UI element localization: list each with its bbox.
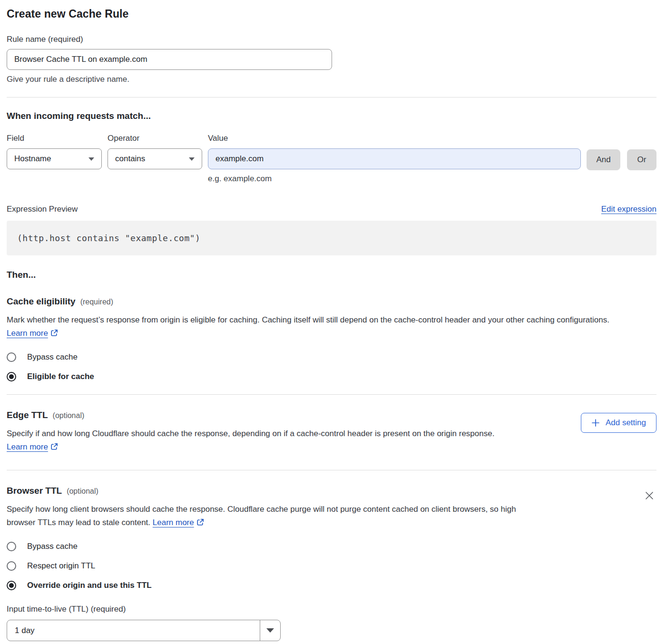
cache-eligibility-learn-more-link[interactable]: Learn more	[7, 329, 58, 338]
ttl-select[interactable]: 1 day	[7, 620, 281, 641]
value-column: Value e.g. example.com	[208, 134, 581, 184]
radio-override-origin-ttl[interactable]: Override origin and use this TTL	[7, 581, 656, 590]
edge-ttl-title-row: Edge TTL (optional)	[7, 410, 526, 420]
section-divider	[7, 470, 656, 470]
edge-ttl-description: Specify if and how long Cloudflare shoul…	[7, 427, 526, 454]
operator-column: Operator contains	[108, 134, 202, 169]
radio-label: Override origin and use this TTL	[27, 581, 152, 590]
cache-eligibility-description: Mark whether the request’s response from…	[7, 313, 646, 340]
cache-eligibility-title: Cache eligibility	[7, 296, 76, 307]
ttl-select-value: 1 day	[7, 620, 260, 641]
operator-label: Operator	[108, 134, 202, 143]
external-link-icon	[50, 329, 58, 337]
browser-ttl-optional-badge: (optional)	[67, 487, 98, 496]
radio-eligible-for-cache[interactable]: Eligible for cache	[7, 372, 656, 381]
radio-selected-icon	[7, 372, 16, 381]
edge-ttl-learn-more-link[interactable]: Learn more	[7, 442, 58, 451]
expression-preview-label: Expression Preview	[7, 205, 78, 214]
edit-expression-link[interactable]: Edit expression	[601, 205, 656, 214]
cache-eligibility-required-badge: (required)	[80, 298, 113, 306]
external-link-icon	[196, 518, 204, 526]
ttl-select-arrow-button[interactable]	[260, 620, 280, 641]
field-column: Field Hostname	[7, 134, 102, 169]
remove-browser-ttl-button[interactable]	[642, 488, 656, 503]
page-title: Create new Cache Rule	[7, 8, 656, 20]
match-heading: When incoming requests match...	[7, 111, 656, 121]
edge-ttl-description-text: Specify if and how long Cloudflare shoul…	[7, 429, 494, 438]
add-setting-label: Add setting	[606, 418, 646, 428]
chevron-down-icon	[189, 157, 195, 161]
operator-select[interactable]: contains	[108, 148, 202, 169]
radio-bypass-cache[interactable]: Bypass cache	[7, 542, 656, 551]
value-label: Value	[208, 134, 581, 143]
radio-icon	[7, 352, 16, 362]
value-input[interactable]	[208, 148, 581, 169]
radio-label: Bypass cache	[27, 542, 78, 551]
browser-ttl-title-row: Browser TTL (optional)	[7, 486, 526, 496]
create-cache-rule-form: Create new Cache Rule Rule name (require…	[0, 0, 666, 644]
browser-ttl-header-left: Browser TTL (optional) Specify how long …	[7, 486, 526, 529]
radio-icon	[7, 561, 16, 571]
section-divider	[7, 394, 656, 395]
field-select-value: Hostname	[14, 154, 51, 164]
cache-eligibility-header: Cache eligibility (required)	[7, 296, 656, 307]
browser-ttl-title: Browser TTL	[7, 486, 62, 496]
match-condition-row: Field Hostname Operator contains Value e…	[7, 134, 656, 184]
plus-icon	[591, 419, 600, 427]
learn-more-label: Learn more	[7, 442, 48, 451]
learn-more-label: Learn more	[153, 518, 194, 527]
edge-ttl-title: Edge TTL	[7, 410, 48, 420]
rule-name-help: Give your rule a descriptive name.	[7, 75, 656, 84]
ttl-input-section: Input time-to-live (TTL) (required) 1 da…	[7, 605, 656, 641]
radio-icon	[7, 542, 16, 551]
learn-more-label: Learn more	[7, 329, 48, 338]
cache-eligibility-radio-group: Bypass cache Eligible for cache	[7, 352, 656, 381]
external-link-icon	[50, 443, 58, 450]
edge-ttl-header-left: Edge TTL (optional) Specify if and how l…	[7, 410, 526, 454]
rule-name-label: Rule name (required)	[7, 35, 83, 44]
browser-ttl-description: Specify how long client browsers should …	[7, 503, 526, 529]
field-select[interactable]: Hostname	[7, 148, 102, 169]
edge-ttl-optional-badge: (optional)	[53, 411, 85, 420]
then-heading: Then...	[7, 270, 656, 280]
or-button[interactable]: Or	[627, 149, 656, 170]
close-icon	[644, 490, 655, 501]
browser-ttl-description-text: Specify how long client browsers should …	[7, 505, 516, 527]
expression-preview-row: Expression Preview Edit expression	[7, 205, 656, 214]
radio-bypass-cache[interactable]: Bypass cache	[7, 352, 656, 362]
edge-ttl-header: Edge TTL (optional) Specify if and how l…	[7, 410, 656, 454]
chevron-down-icon	[88, 157, 94, 161]
rule-name-section: Rule name (required) Give your rule a de…	[7, 35, 656, 84]
expression-code: (http.host contains "example.com")	[7, 221, 656, 255]
browser-ttl-radio-group: Bypass cache Respect origin TTL Override…	[7, 542, 656, 590]
cache-eligibility-description-text: Mark whether the request’s response from…	[7, 315, 609, 324]
radio-selected-icon	[7, 581, 16, 590]
radio-label: Bypass cache	[27, 352, 78, 362]
browser-ttl-header: Browser TTL (optional) Specify how long …	[7, 486, 656, 529]
radio-label: Respect origin TTL	[27, 561, 95, 571]
browser-ttl-learn-more-link[interactable]: Learn more	[153, 518, 204, 527]
ttl-input-label: Input time-to-live (TTL) (required)	[7, 605, 126, 614]
value-help: e.g. example.com	[208, 174, 581, 184]
radio-respect-origin-ttl[interactable]: Respect origin TTL	[7, 561, 656, 571]
chevron-down-icon	[266, 628, 274, 633]
and-button[interactable]: And	[587, 149, 620, 170]
field-label: Field	[7, 134, 102, 143]
radio-label: Eligible for cache	[27, 372, 94, 381]
rule-name-input[interactable]	[7, 49, 332, 70]
section-divider	[7, 97, 656, 98]
add-setting-button[interactable]: Add setting	[581, 413, 656, 433]
operator-select-value: contains	[115, 154, 145, 164]
